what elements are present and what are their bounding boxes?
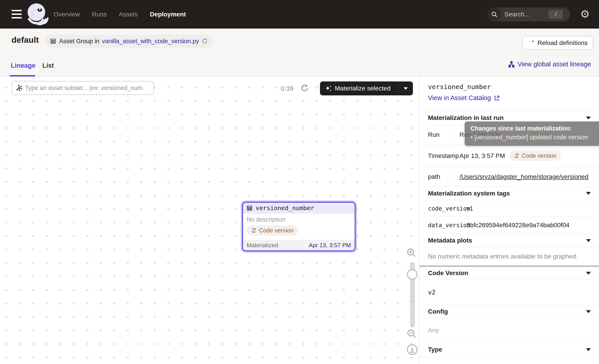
config-value: Any — [419, 318, 599, 343]
code-version-sync-icon — [514, 153, 520, 159]
tag-value: v1 — [461, 200, 599, 217]
zoom-slider-handle[interactable] — [407, 269, 418, 280]
global-search[interactable]: / — [487, 8, 570, 21]
lineage-graph-icon — [508, 61, 515, 68]
timestamp-value: Apr 13, 3:57 PM — [459, 152, 505, 159]
global-lineage-label: View global asset lineage — [518, 61, 591, 68]
download-image-icon[interactable] — [406, 344, 418, 355]
section-materialization-system-tags[interactable]: Materialization system tags — [419, 187, 599, 200]
zoom-out-icon[interactable] — [406, 329, 417, 339]
tag-value: 3bfc269594ef649228e9a74bab00f04 — [461, 217, 599, 234]
nav-item-runs[interactable]: Runs — [92, 11, 107, 18]
nav-item-assets[interactable]: Assets — [119, 11, 138, 18]
code-version-badge: Code version — [510, 151, 561, 161]
tooltip-item: • [versioned_number] updated code versio… — [470, 134, 599, 141]
dropdown-caret-icon — [404, 87, 408, 90]
path-row-label: path — [419, 167, 454, 186]
page-header: default Asset Group in vanilla_asset_wit… — [0, 29, 599, 77]
dagster-app: Overview Runs Assets Deployment / ⚙ defa… — [0, 0, 599, 364]
section-header-label: Metadata plots — [428, 237, 472, 244]
code-version-badge: Code version — [247, 225, 298, 235]
asset-node-name: versioned_number — [256, 205, 314, 211]
timestamp-row-value: Apr 13, 3:57 PM Code version — [454, 145, 599, 167]
materialized-status-label: Materialized — [247, 242, 278, 249]
section-header-label: Code Version — [428, 269, 468, 277]
section-metadata-plots[interactable]: Metadata plots — [419, 234, 599, 247]
tab-list[interactable]: List — [42, 62, 54, 69]
active-tab-underline — [10, 75, 35, 77]
section-type[interactable]: Type — [419, 343, 599, 357]
asset-node-description: No description — [247, 216, 351, 223]
collapse-caret-icon — [586, 239, 591, 242]
collapse-caret-icon — [586, 310, 591, 313]
view-global-asset-lineage-link[interactable]: View global asset lineage — [508, 61, 591, 68]
path-link[interactable]: /Users/sryza/dagster_home/storage/versio… — [459, 173, 588, 181]
asset-node-versioned-number[interactable]: versioned_number No description Code ver… — [242, 202, 355, 251]
search-icon — [487, 8, 501, 21]
asset-detail-panel: versioned_number View in Asset Catalog M… — [419, 77, 599, 364]
materialized-timestamp[interactable]: Apr 13, 3:57 PM — [309, 242, 351, 249]
code-version-badge-label: Code version — [259, 227, 293, 234]
asset-subset-icon — [15, 84, 23, 92]
collapse-caret-icon — [586, 272, 591, 275]
section-header-label: Type — [428, 346, 442, 353]
run-row-label: Run — [419, 125, 454, 144]
tag-key: data_version — [419, 217, 461, 234]
view-in-asset-catalog-link[interactable]: View in Asset Catalog — [428, 94, 500, 102]
tag-key: code_version — [419, 200, 461, 217]
asset-node-body: No description Code version — [243, 214, 355, 235]
section-config[interactable]: Config — [419, 305, 599, 318]
section-header-label: Materialization system tags — [428, 190, 510, 197]
slash-shortcut-badge: / — [549, 10, 563, 19]
materialize-dropdown[interactable] — [398, 81, 413, 95]
path-row: path /Users/sryza/dagster_home/storage/v… — [419, 167, 599, 187]
group-badge-prefix: Asset Group in — [59, 38, 99, 45]
table-icon — [246, 205, 253, 211]
nav-item-overview[interactable]: Overview — [53, 11, 80, 18]
reload-definitions-label: Reload definitions — [537, 39, 588, 47]
materialize-label: Materialize selected — [335, 85, 390, 92]
code-version-badge-label: Code version — [522, 152, 556, 159]
panel-asset-name: versioned_number — [428, 83, 491, 91]
asset-subset-input[interactable] — [25, 85, 150, 92]
code-version-value: v2 — [419, 280, 599, 305]
timestamp-row-label: Timestamp — [419, 145, 454, 167]
materialize-selected-button[interactable]: Materialize selected — [320, 81, 413, 95]
dagster-logo — [25, 2, 49, 26]
materialize-main[interactable]: Materialize selected — [320, 85, 398, 92]
system-tag-row: code_version v1 — [419, 200, 599, 217]
settings-gear-icon[interactable]: ⚙ — [580, 6, 590, 22]
refresh-timer: 0:16 — [281, 85, 293, 92]
system-tag-row: data_version 3bfc269594ef649228e9a74bab0… — [419, 217, 599, 234]
asset-node-header: versioned_number — [243, 203, 355, 214]
collapse-caret-icon — [586, 117, 591, 120]
page-title: default — [11, 35, 39, 45]
external-link-icon — [494, 95, 500, 101]
section-code-version[interactable]: Code Version — [419, 267, 599, 280]
nav-links: Overview Runs Assets Deployment — [53, 0, 186, 29]
asset-group-badge: Asset Group in vanilla_asset_with_code_v… — [45, 35, 213, 48]
asset-node-footer: Materialized Apr 13, 3:57 PM — [243, 240, 355, 250]
top-navbar: Overview Runs Assets Deployment / ⚙ — [0, 0, 599, 29]
refresh-graph-icon[interactable] — [300, 84, 309, 93]
section-header-label: Config — [428, 308, 448, 315]
code-version-sync-icon — [251, 228, 257, 233]
collapse-caret-icon — [586, 192, 591, 195]
asset-group-icon — [50, 38, 56, 44]
lineage-graph-canvas[interactable]: 0:16 Materialize selected — [0, 77, 419, 364]
tooltip-title: Changes since last materialization: — [470, 125, 599, 132]
changes-tooltip: Changes since last materialization: • [v… — [465, 121, 599, 146]
timestamp-row: Timestamp Apr 13, 3:57 PM Code version — [419, 145, 599, 167]
reload-icon — [528, 40, 535, 46]
group-file-link[interactable]: vanilla_asset_with_code_version.py — [102, 38, 199, 45]
collapse-caret-icon — [586, 348, 591, 351]
tab-lineage[interactable]: Lineage — [11, 62, 35, 69]
nav-item-deployment[interactable]: Deployment — [150, 11, 186, 18]
hamburger-menu-icon[interactable] — [11, 10, 22, 18]
catalog-link-label: View in Asset Catalog — [428, 94, 491, 102]
reload-definitions-button[interactable]: Reload definitions — [522, 36, 593, 50]
zoom-in-icon[interactable] — [406, 247, 416, 258]
section-header-label: Materialization in last run — [428, 114, 504, 121]
refresh-icon[interactable] — [202, 38, 208, 44]
metadata-plots-empty-text: No numeric metadata entries available to… — [419, 247, 599, 265]
